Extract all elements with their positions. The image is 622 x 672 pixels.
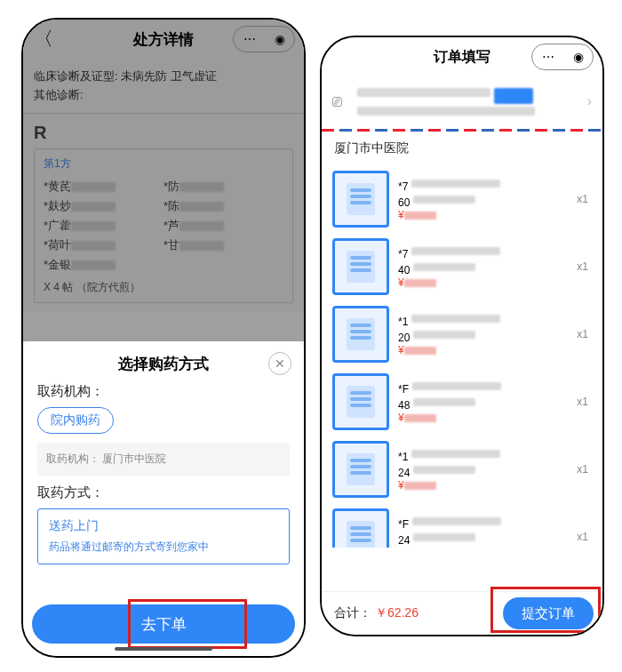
home-delivery-option[interactable]: 送药上门 药品将通过邮寄的方式寄到您家中 — [37, 508, 290, 564]
diagnosis-label: 临床诊断及证型: — [34, 69, 118, 83]
home-delivery-title: 送药上门 — [49, 518, 278, 534]
order-item[interactable]: *F24¥x1 — [332, 503, 592, 548]
rx-doc-icon — [347, 521, 375, 548]
purchase-method-sheet: 选择购药方式 ✕ 取药机构： 院内购药 取药机构： 厦门市中医院 取药方式： 送… — [23, 341, 304, 656]
sheet-title: 选择购药方式 — [37, 354, 290, 374]
item-price: ¥ — [398, 344, 577, 356]
order-item[interactable]: *760¥x1 — [332, 165, 592, 233]
item-name-prefix: *7 — [398, 248, 408, 260]
item-price: ¥ — [398, 412, 577, 424]
pickup-method-label: 取药方式： — [37, 484, 290, 501]
close-target-icon[interactable]: ◉ — [275, 32, 285, 46]
rx-doc-icon — [347, 183, 375, 215]
rx-doc-icon — [347, 453, 375, 485]
more-icon[interactable]: ⋯ — [243, 32, 256, 46]
item-line2: 60 — [398, 196, 410, 209]
item-line2: 40 — [398, 264, 410, 276]
item-qty: x1 — [577, 463, 592, 476]
rx-doc-icon — [347, 251, 375, 283]
total-amount: 62.26 — [387, 605, 419, 620]
order-item[interactable]: *124¥x1 — [332, 436, 592, 503]
rx-drug-grid: *黄芪 *防 *麸炒 *陈 *广藿 *芦 *荷叶 *甘 *金银 — [44, 177, 283, 275]
page-title: 订单填写 — [434, 48, 490, 67]
rx-doc-icon — [347, 318, 375, 350]
item-qty: x1 — [577, 531, 592, 543]
miniprogram-capsule[interactable]: ⋯ ◉ — [531, 44, 594, 70]
diagnosis-value: 未病先防 卫气虚证 — [121, 69, 217, 83]
in-hospital-purchase-chip[interactable]: 院内购药 — [37, 407, 114, 434]
diagnosis-section: 临床诊断及证型: 未病先防 卫气虚证 其他诊断: — [23, 59, 304, 113]
back-icon[interactable]: 〈 — [34, 26, 53, 52]
drug-name: *麸炒 — [44, 199, 71, 212]
item-name-prefix: *1 — [398, 316, 408, 328]
drug-name: *荷叶 — [44, 238, 71, 252]
item-info: *124¥ — [398, 447, 577, 492]
order-item[interactable]: *740¥x1 — [332, 233, 592, 300]
item-thumb — [332, 441, 389, 498]
item-thumb — [332, 508, 389, 548]
close-icon[interactable]: ✕ — [268, 352, 291, 375]
order-item-list: *760¥x1*740¥x1*120¥x1*F48¥x1*124¥x1*F24¥… — [322, 165, 602, 548]
submit-order-button[interactable]: 提交订单 — [503, 597, 594, 629]
item-info: *F24¥ — [398, 515, 577, 548]
item-name-prefix: *1 — [398, 451, 408, 463]
navbar: 〈 处方详情 ⋯ ◉ — [23, 20, 304, 59]
submit-bar: 合计： ￥62.26 提交订单 — [322, 591, 602, 635]
pickup-org-box-value: 厦门市中医院 — [102, 452, 166, 465]
currency: ￥ — [375, 605, 387, 620]
drug-name: *防 — [163, 180, 179, 193]
rx-doc-icon — [347, 386, 375, 418]
item-info: *760¥ — [398, 177, 577, 221]
address-lines — [357, 85, 587, 118]
drug-name: *广藿 — [44, 219, 71, 232]
item-qty: x1 — [577, 260, 592, 273]
item-price: ¥ — [398, 276, 577, 289]
item-name-prefix: *7 — [398, 180, 408, 193]
home-indicator — [115, 647, 212, 651]
item-price: ¥ — [398, 479, 577, 492]
drug-name: *金银 — [44, 258, 71, 271]
item-qty: x1 — [577, 193, 592, 205]
item-qty: x1 — [577, 328, 592, 340]
close-target-icon[interactable]: ◉ — [573, 50, 584, 64]
prescription-section: R 第1方 *黄芪 *防 *麸炒 *陈 *广藿 *芦 *荷叶 *甘 *金银 X … — [23, 113, 304, 312]
miniprogram-capsule[interactable]: ⋯ ◉ — [233, 26, 295, 52]
more-icon[interactable]: ⋯ — [542, 50, 554, 64]
item-price: ¥ — [398, 209, 577, 221]
item-info: *740¥ — [398, 244, 577, 289]
item-thumb — [332, 306, 389, 363]
drug-name: *甘 — [163, 238, 179, 252]
item-thumb — [332, 171, 389, 228]
order-item[interactable]: *F48¥x1 — [332, 368, 592, 436]
item-price: ¥ — [398, 547, 577, 548]
drug-name: *芦 — [163, 219, 179, 232]
total-label: 合计： — [334, 605, 371, 620]
default-badge — [494, 88, 533, 104]
drug-name: *陈 — [163, 199, 179, 212]
item-qty: x1 — [577, 396, 592, 408]
phone-order: 订单填写 ⋯ ◉ ⎚ › 厦门市中医院 *760¥x1*740¥x1*120¥x… — [320, 36, 604, 636]
pickup-org-box-label: 取药机构： — [46, 452, 100, 465]
item-name-prefix: *F — [398, 383, 409, 396]
order-item[interactable]: *120¥x1 — [332, 300, 592, 368]
go-order-button[interactable]: 去下单 — [32, 604, 295, 644]
other-diagnosis-label: 其他诊断: — [34, 88, 84, 101]
item-info: *120¥ — [398, 312, 577, 356]
chevron-right-icon: › — [587, 93, 592, 109]
hospital-name: 厦门市中医院 — [322, 132, 602, 165]
item-thumb — [332, 238, 389, 295]
item-line2: 48 — [398, 399, 410, 412]
rx-symbol: R — [34, 123, 293, 143]
navbar: 订单填写 ⋯ ◉ — [322, 37, 602, 76]
page-title: 处方详情 — [133, 29, 194, 50]
pickup-org-label: 取药机构： — [37, 383, 290, 400]
item-line2: 24 — [398, 467, 410, 479]
rx-box: 第1方 *黄芪 *防 *麸炒 *陈 *广藿 *芦 *荷叶 *甘 *金银 X 4 … — [34, 148, 293, 303]
drug-name: *黄芪 — [44, 180, 71, 193]
item-info: *F48¥ — [398, 380, 577, 424]
home-delivery-desc: 药品将通过邮寄的方式寄到您家中 — [49, 540, 278, 555]
address-row[interactable]: ⎚ › — [322, 76, 602, 129]
rx-footer: X 4 帖 （院方代煎） — [44, 280, 283, 295]
item-name-prefix: *F — [398, 518, 409, 531]
item-line2: 24 — [398, 534, 410, 547]
